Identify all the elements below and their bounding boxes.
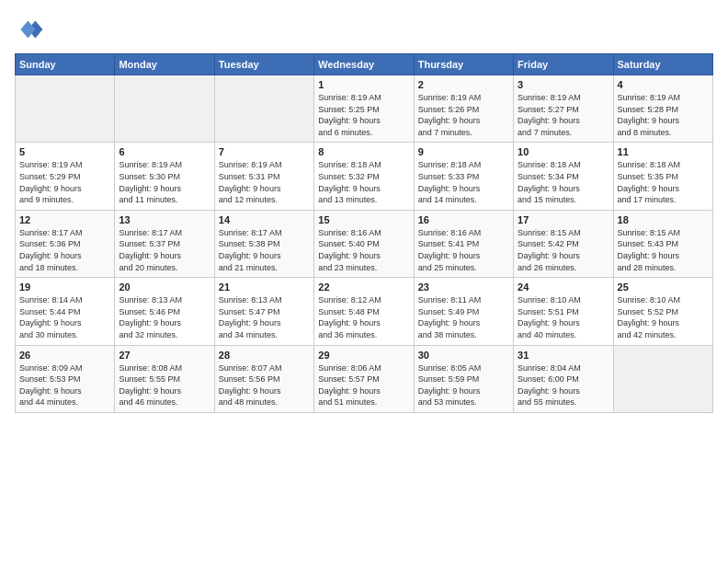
week-row-3: 12Sunrise: 8:17 AM Sunset: 5:36 PM Dayli… (16, 210, 713, 277)
calendar-cell: 22Sunrise: 8:12 AM Sunset: 5:48 PM Dayli… (314, 278, 414, 345)
calendar-cell: 1Sunrise: 8:19 AM Sunset: 5:25 PM Daylig… (314, 75, 414, 143)
cell-day-number: 17 (518, 214, 609, 225)
cell-day-number: 9 (418, 146, 509, 157)
calendar-cell: 6Sunrise: 8:19 AM Sunset: 5:30 PM Daylig… (115, 143, 214, 210)
day-header-tuesday: Tuesday (214, 54, 313, 75)
cell-info: Sunrise: 8:18 AM Sunset: 5:33 PM Dayligh… (418, 159, 509, 205)
week-row-5: 26Sunrise: 8:09 AM Sunset: 5:53 PM Dayli… (16, 345, 713, 412)
day-header-sunday: Sunday (16, 54, 115, 75)
cell-day-number: 5 (19, 146, 110, 157)
cell-day-number: 4 (618, 79, 709, 90)
calendar-cell: 9Sunrise: 8:18 AM Sunset: 5:33 PM Daylig… (414, 143, 513, 210)
cell-info: Sunrise: 8:19 AM Sunset: 5:28 PM Dayligh… (618, 92, 709, 138)
cell-day-number: 28 (219, 350, 310, 361)
cell-day-number: 18 (618, 214, 709, 225)
calendar-cell: 3Sunrise: 8:19 AM Sunset: 5:27 PM Daylig… (514, 75, 613, 143)
calendar-header-row: SundayMondayTuesdayWednesdayThursdayFrid… (16, 54, 713, 75)
logo (15, 15, 48, 44)
calendar-cell: 28Sunrise: 8:07 AM Sunset: 5:56 PM Dayli… (214, 345, 313, 412)
cell-day-number: 29 (318, 350, 409, 361)
cell-info: Sunrise: 8:19 AM Sunset: 5:31 PM Dayligh… (219, 159, 310, 205)
calendar-cell: 26Sunrise: 8:09 AM Sunset: 5:53 PM Dayli… (16, 345, 115, 412)
cell-day-number: 3 (518, 79, 609, 90)
cell-info: Sunrise: 8:19 AM Sunset: 5:26 PM Dayligh… (418, 92, 509, 138)
cell-info: Sunrise: 8:12 AM Sunset: 5:48 PM Dayligh… (318, 294, 409, 340)
cell-info: Sunrise: 8:14 AM Sunset: 5:44 PM Dayligh… (19, 294, 110, 340)
day-header-monday: Monday (115, 54, 214, 75)
cell-day-number: 26 (19, 350, 110, 361)
cell-info: Sunrise: 8:18 AM Sunset: 5:32 PM Dayligh… (318, 159, 409, 205)
cell-info: Sunrise: 8:18 AM Sunset: 5:34 PM Dayligh… (518, 159, 609, 205)
cell-info: Sunrise: 8:10 AM Sunset: 5:51 PM Dayligh… (518, 294, 609, 340)
cell-day-number: 22 (318, 282, 409, 293)
cell-info: Sunrise: 8:08 AM Sunset: 5:55 PM Dayligh… (119, 362, 210, 408)
cell-day-number: 2 (418, 79, 509, 90)
cell-day-number: 7 (219, 146, 310, 157)
day-header-friday: Friday (514, 54, 613, 75)
calendar-cell: 2Sunrise: 8:19 AM Sunset: 5:26 PM Daylig… (414, 75, 513, 143)
day-header-wednesday: Wednesday (314, 54, 414, 75)
calendar-cell: 20Sunrise: 8:13 AM Sunset: 5:46 PM Dayli… (115, 278, 214, 345)
calendar-cell: 12Sunrise: 8:17 AM Sunset: 5:36 PM Dayli… (16, 210, 115, 277)
calendar-cell: 27Sunrise: 8:08 AM Sunset: 5:55 PM Dayli… (115, 345, 214, 412)
calendar-cell (16, 75, 115, 143)
week-row-1: 1Sunrise: 8:19 AM Sunset: 5:25 PM Daylig… (16, 75, 713, 143)
cell-day-number: 6 (119, 146, 210, 157)
calendar-cell: 5Sunrise: 8:19 AM Sunset: 5:29 PM Daylig… (16, 143, 115, 210)
cell-info: Sunrise: 8:15 AM Sunset: 5:42 PM Dayligh… (518, 227, 609, 273)
cell-day-number: 15 (318, 214, 409, 225)
cell-day-number: 10 (518, 146, 609, 157)
cell-day-number: 30 (418, 350, 509, 361)
cell-info: Sunrise: 8:19 AM Sunset: 5:29 PM Dayligh… (19, 159, 110, 205)
week-row-2: 5Sunrise: 8:19 AM Sunset: 5:29 PM Daylig… (16, 143, 713, 210)
cell-info: Sunrise: 8:15 AM Sunset: 5:43 PM Dayligh… (618, 227, 709, 273)
cell-day-number: 13 (119, 214, 210, 225)
cell-info: Sunrise: 8:17 AM Sunset: 5:38 PM Dayligh… (219, 227, 310, 273)
calendar-cell: 10Sunrise: 8:18 AM Sunset: 5:34 PM Dayli… (514, 143, 613, 210)
calendar-cell: 29Sunrise: 8:06 AM Sunset: 5:57 PM Dayli… (314, 345, 414, 412)
cell-day-number: 14 (219, 214, 310, 225)
cell-info: Sunrise: 8:19 AM Sunset: 5:25 PM Dayligh… (318, 92, 409, 138)
calendar-cell: 25Sunrise: 8:10 AM Sunset: 5:52 PM Dayli… (613, 278, 712, 345)
page: SundayMondayTuesdayWednesdayThursdayFrid… (0, 0, 728, 563)
cell-day-number: 25 (618, 282, 709, 293)
cell-info: Sunrise: 8:19 AM Sunset: 5:30 PM Dayligh… (119, 159, 210, 205)
calendar-cell (214, 75, 313, 143)
cell-info: Sunrise: 8:19 AM Sunset: 5:27 PM Dayligh… (518, 92, 609, 138)
calendar-cell: 16Sunrise: 8:16 AM Sunset: 5:41 PM Dayli… (414, 210, 513, 277)
calendar-cell: 15Sunrise: 8:16 AM Sunset: 5:40 PM Dayli… (314, 210, 414, 277)
calendar-cell (613, 345, 712, 412)
calendar-cell: 30Sunrise: 8:05 AM Sunset: 5:59 PM Dayli… (414, 345, 513, 412)
calendar-cell: 11Sunrise: 8:18 AM Sunset: 5:35 PM Dayli… (613, 143, 712, 210)
cell-info: Sunrise: 8:13 AM Sunset: 5:47 PM Dayligh… (219, 294, 310, 340)
cell-info: Sunrise: 8:06 AM Sunset: 5:57 PM Dayligh… (318, 362, 409, 408)
calendar-table: SundayMondayTuesdayWednesdayThursdayFrid… (15, 53, 713, 413)
cell-day-number: 21 (219, 282, 310, 293)
cell-day-number: 8 (318, 146, 409, 157)
cell-day-number: 1 (318, 79, 409, 90)
calendar-cell: 4Sunrise: 8:19 AM Sunset: 5:28 PM Daylig… (613, 75, 712, 143)
cell-info: Sunrise: 8:07 AM Sunset: 5:56 PM Dayligh… (219, 362, 310, 408)
calendar-cell: 7Sunrise: 8:19 AM Sunset: 5:31 PM Daylig… (214, 143, 313, 210)
cell-day-number: 12 (19, 214, 110, 225)
cell-info: Sunrise: 8:05 AM Sunset: 5:59 PM Dayligh… (418, 362, 509, 408)
cell-info: Sunrise: 8:16 AM Sunset: 5:40 PM Dayligh… (318, 227, 409, 273)
calendar-cell: 14Sunrise: 8:17 AM Sunset: 5:38 PM Dayli… (214, 210, 313, 277)
logo-icon (15, 15, 44, 44)
calendar-cell: 24Sunrise: 8:10 AM Sunset: 5:51 PM Dayli… (514, 278, 613, 345)
cell-info: Sunrise: 8:09 AM Sunset: 5:53 PM Dayligh… (19, 362, 110, 408)
cell-day-number: 31 (518, 350, 609, 361)
cell-day-number: 11 (618, 146, 709, 157)
calendar-cell: 31Sunrise: 8:04 AM Sunset: 6:00 PM Dayli… (514, 345, 613, 412)
week-row-4: 19Sunrise: 8:14 AM Sunset: 5:44 PM Dayli… (16, 278, 713, 345)
cell-day-number: 23 (418, 282, 509, 293)
cell-day-number: 19 (19, 282, 110, 293)
calendar-cell (115, 75, 214, 143)
header (15, 15, 713, 44)
cell-day-number: 27 (119, 350, 210, 361)
cell-info: Sunrise: 8:16 AM Sunset: 5:41 PM Dayligh… (418, 227, 509, 273)
cell-info: Sunrise: 8:11 AM Sunset: 5:49 PM Dayligh… (418, 294, 509, 340)
cell-day-number: 24 (518, 282, 609, 293)
cell-day-number: 20 (119, 282, 210, 293)
cell-day-number: 16 (418, 214, 509, 225)
